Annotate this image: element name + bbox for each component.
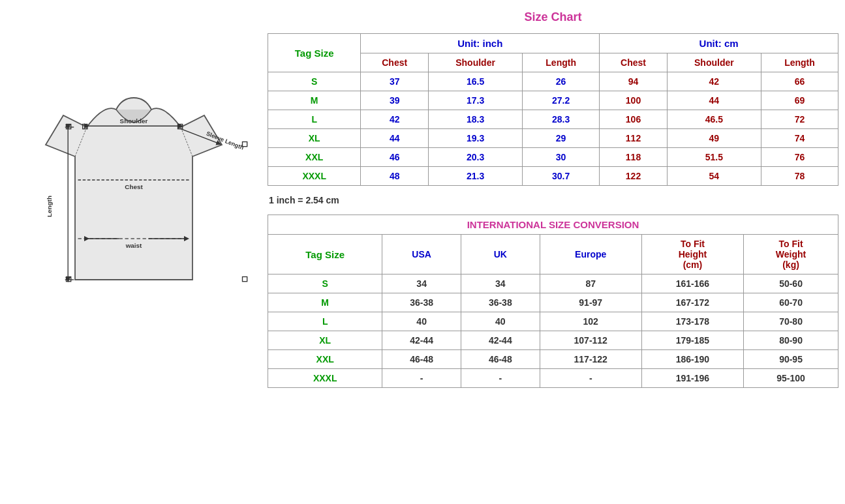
intl-uk-cell: - xyxy=(461,369,540,388)
intl-europe-cell: - xyxy=(540,369,641,388)
inch-length-header: Length xyxy=(523,53,600,72)
inch-chest-cell: 48 xyxy=(361,167,429,186)
tag-size-cell: M xyxy=(268,91,361,110)
intl-weight-cell: 80-90 xyxy=(744,331,838,350)
cm-chest-cell: 106 xyxy=(600,110,668,129)
cm-length-cell: 72 xyxy=(761,110,838,129)
intl-tag-cell: XXL xyxy=(268,350,382,369)
cm-length-header: Length xyxy=(761,53,838,72)
svg-text:Length: Length xyxy=(46,196,53,217)
intl-tag-size-header: Tag Size xyxy=(268,235,382,274)
intl-tag-cell: XXXL xyxy=(268,369,382,388)
intl-usa-cell: 46-48 xyxy=(382,350,461,369)
inch-shoulder-cell: 16.5 xyxy=(429,72,523,91)
svg-text:Chest: Chest xyxy=(125,183,143,190)
intl-uk-cell: 34 xyxy=(461,274,540,293)
intl-tag-cell: L xyxy=(268,312,382,331)
cm-shoulder-cell: 54 xyxy=(667,167,761,186)
cm-chest-cell: 112 xyxy=(600,129,668,148)
inch-chest-cell: 37 xyxy=(361,72,429,91)
intl-height-cell: 191-196 xyxy=(641,369,743,388)
inch-note: 1 inch = 2.54 cm xyxy=(268,191,838,209)
intl-europe-cell: 117-122 xyxy=(540,350,641,369)
inch-chest-header: Chest xyxy=(361,53,429,72)
intl-height-cell: 179-185 xyxy=(641,331,743,350)
intl-europe-header: Europe xyxy=(540,235,641,274)
intl-row: S 34 34 87 161-166 50-60 xyxy=(268,274,838,293)
inch-length-cell: 29 xyxy=(523,129,600,148)
inch-shoulder-cell: 21.3 xyxy=(429,167,523,186)
intl-uk-header: UK xyxy=(461,235,540,274)
inch-shoulder-cell: 17.3 xyxy=(429,91,523,110)
intl-europe-cell: 102 xyxy=(540,312,641,331)
svg-text:Shoulder: Shoulder xyxy=(120,117,148,124)
intl-weight-cell: 70-80 xyxy=(744,312,838,331)
inch-length-cell: 30 xyxy=(523,148,600,167)
size-chart-row: XXL 46 20.3 30 118 51.5 76 xyxy=(268,148,838,167)
svg-rect-17 xyxy=(67,276,71,281)
intl-usa-cell: 42-44 xyxy=(382,331,461,350)
intl-usa-cell: - xyxy=(382,369,461,388)
intl-usa-cell: 36-38 xyxy=(382,293,461,312)
intl-uk-cell: 42-44 xyxy=(461,331,540,350)
cm-group-header: Unit: cm xyxy=(600,34,838,53)
size-chart-row: XL 44 19.3 29 112 49 74 xyxy=(268,129,838,148)
cm-shoulder-cell: 44 xyxy=(667,91,761,110)
intl-conversion-table: INTERNATIONAL SIZE CONVERSION Tag Size U… xyxy=(268,215,838,388)
intl-height-cell: 161-166 xyxy=(641,274,743,293)
inch-chest-cell: 42 xyxy=(361,110,429,129)
intl-weight-cell: 60-70 xyxy=(744,293,838,312)
tag-size-cell: XXL xyxy=(268,148,361,167)
cm-length-cell: 69 xyxy=(761,91,838,110)
page-container: Shoulder Length Chest Sleeve Length wais… xyxy=(7,7,838,388)
size-chart-table: Tag Size Unit: inch Unit: cm Chest Shoul… xyxy=(268,33,838,186)
intl-row: XXXL - - - 191-196 95-100 xyxy=(268,369,838,388)
intl-uk-cell: 46-48 xyxy=(461,350,540,369)
size-chart-title: Size Chart xyxy=(268,7,838,28)
inch-shoulder-cell: 20.3 xyxy=(429,148,523,167)
cm-length-cell: 66 xyxy=(761,72,838,91)
inch-shoulder-cell: 18.3 xyxy=(429,110,523,129)
inch-length-cell: 27.2 xyxy=(523,91,600,110)
tshirt-svg: Shoulder Length Chest Sleeve Length wais… xyxy=(16,80,251,315)
intl-row: XXL 46-48 46-48 117-122 186-190 90-95 xyxy=(268,350,838,369)
tables-section: Size Chart Tag Size Unit: inch Unit: cm … xyxy=(268,7,838,388)
cm-shoulder-cell: 49 xyxy=(667,129,761,148)
cm-chest-header: Chest xyxy=(600,53,668,72)
intl-tag-cell: M xyxy=(268,293,382,312)
tshirt-diagram: Shoulder Length Chest Sleeve Length wais… xyxy=(7,7,261,388)
intl-usa-cell: 34 xyxy=(382,274,461,293)
inch-group-header: Unit: inch xyxy=(361,34,600,53)
cm-chest-cell: 122 xyxy=(600,167,668,186)
intl-tag-cell: S xyxy=(268,274,382,293)
tag-size-cell: S xyxy=(268,72,361,91)
intl-row: L 40 40 102 173-178 70-80 xyxy=(268,312,838,331)
intl-weight-cell: 50-60 xyxy=(744,274,838,293)
intl-europe-cell: 87 xyxy=(540,274,641,293)
size-chart-row: S 37 16.5 26 94 42 66 xyxy=(268,72,838,91)
cm-shoulder-cell: 42 xyxy=(667,72,761,91)
cm-chest-cell: 94 xyxy=(600,72,668,91)
inch-length-cell: 30.7 xyxy=(523,167,600,186)
inch-length-cell: 28.3 xyxy=(523,110,600,129)
tag-size-cell: L xyxy=(268,110,361,129)
intl-row: XL 42-44 42-44 107-112 179-185 80-90 xyxy=(268,331,838,350)
intl-height-cell: 167-172 xyxy=(641,293,743,312)
cm-shoulder-cell: 51.5 xyxy=(667,148,761,167)
size-chart-row: L 42 18.3 28.3 106 46.5 72 xyxy=(268,110,838,129)
tag-size-cell: XXXL xyxy=(268,167,361,186)
intl-uk-cell: 40 xyxy=(461,312,540,331)
intl-title: INTERNATIONAL SIZE CONVERSION xyxy=(268,215,838,235)
cm-length-cell: 74 xyxy=(761,129,838,148)
intl-europe-cell: 91-97 xyxy=(540,293,641,312)
tag-size-header: Tag Size xyxy=(268,34,361,72)
inch-shoulder-cell: 19.3 xyxy=(429,129,523,148)
cm-length-cell: 78 xyxy=(761,167,838,186)
intl-weight-cell: 90-95 xyxy=(744,350,838,369)
intl-uk-cell: 36-38 xyxy=(461,293,540,312)
cm-shoulder-cell: 46.5 xyxy=(667,110,761,129)
inch-shoulder-header: Shoulder xyxy=(429,53,523,72)
intl-weight-cell: 95-100 xyxy=(744,369,838,388)
intl-height-cell: 186-190 xyxy=(641,350,743,369)
intl-usa-cell: 40 xyxy=(382,312,461,331)
